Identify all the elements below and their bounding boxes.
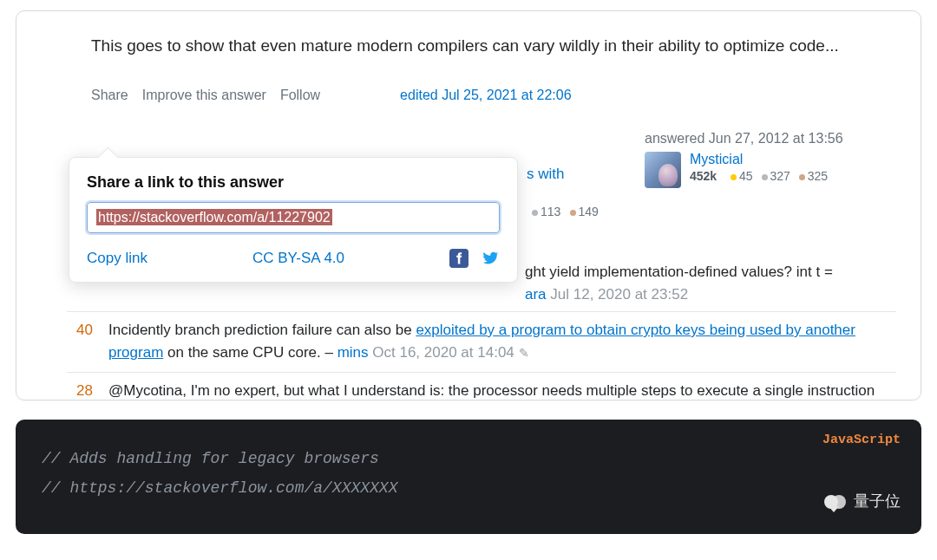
pencil-icon: ✎: [519, 346, 529, 360]
license-link[interactable]: CC BY-SA 4.0: [252, 250, 344, 267]
answered-prefix: answered: [645, 131, 709, 146]
copy-link-button[interactable]: Copy link: [87, 250, 147, 267]
code-line: // Adds handling for legacy browsers: [42, 444, 895, 473]
code-line: // https://stackoverflow.com/a/XXXXXXX: [42, 473, 895, 503]
share-url-text[interactable]: https://stackoverflow.com/a/11227902: [96, 209, 332, 225]
comment-time: Oct 16, 2020 at 14:04: [372, 344, 514, 361]
twitter-icon[interactable]: [481, 249, 500, 268]
silver-badge-icon: [762, 174, 768, 180]
editor-badges-peek: 113 149: [527, 204, 599, 218]
edited-info[interactable]: edited Jul 25, 2021 at 22:06: [400, 88, 572, 103]
share-popover: Share a link to this answer https://stac…: [69, 157, 518, 283]
improve-answer-button[interactable]: Improve this answer: [142, 88, 266, 103]
avatar[interactable]: [645, 152, 681, 188]
answer-card: This goes to show that even mature moder…: [16, 10, 921, 400]
answer-actions: Share Improve this answer Follow edited …: [41, 58, 896, 103]
comment-time: Jul 12, 2020 at 23:52: [550, 286, 688, 303]
comment-votes: 28: [67, 380, 93, 400]
follow-button[interactable]: Follow: [280, 88, 320, 103]
editor-bronze: 149: [579, 205, 599, 218]
wechat-icon: [824, 492, 847, 511]
silver-badge-icon: [532, 210, 538, 216]
comment-text-post: on the same CPU core. –: [163, 344, 337, 361]
comment-text: Incidently branch prediction failure can…: [108, 322, 416, 338]
bronze-count: 325: [808, 169, 828, 183]
comment-body: @Mycotina, I'm no expert, but what I und…: [108, 380, 896, 400]
comment-row: 28 @Mycotina, I'm no expert, but what I …: [67, 372, 896, 400]
silver-count: 327: [770, 169, 790, 183]
comments-list: 40 Incidently branch prediction failure …: [67, 311, 896, 400]
watermark-text: 量子位: [854, 487, 901, 517]
reputation-row: 452k 45 327 325: [690, 169, 828, 183]
comment-fragment: ght yield implementation-defined values?…: [525, 261, 896, 305]
comment-author-fragment[interactable]: ara: [525, 286, 547, 303]
language-label: JavaScript: [822, 428, 901, 453]
edited-time: Jul 25, 2021 at 22:06: [442, 88, 571, 102]
edited-prefix: edited: [400, 88, 442, 102]
comment-row: 40 Incidently branch prediction failure …: [67, 311, 896, 372]
share-title: Share a link to this answer: [87, 173, 500, 192]
reputation: 452k: [690, 169, 717, 183]
comment-text: @Mycotina, I'm no expert, but what I und…: [108, 382, 875, 400]
answer-owner: answered Jun 27, 2012 at 13:56 Mysticial…: [645, 131, 896, 188]
comment-author[interactable]: mins: [337, 344, 369, 361]
facebook-icon[interactable]: [449, 249, 468, 268]
user-name-link[interactable]: Mysticial: [690, 152, 828, 167]
editor-name-fragment[interactable]: s with: [527, 166, 564, 182]
code-block: JavaScript // Adds handling for legacy b…: [16, 420, 921, 534]
comment-text-fragment: ght yield implementation-defined values?…: [525, 264, 833, 280]
gold-badge-icon: [731, 174, 737, 180]
answer-body: This goes to show that even mature moder…: [41, 29, 896, 58]
comment-votes: 40: [67, 319, 93, 365]
bronze-badge-icon: [570, 210, 576, 216]
watermark: 量子位: [824, 487, 901, 517]
editor-peek: s with: [527, 166, 564, 183]
gold-count: 45: [739, 169, 753, 183]
share-button[interactable]: Share: [91, 88, 128, 103]
share-url-input[interactable]: https://stackoverflow.com/a/11227902: [87, 202, 500, 233]
editor-silver: 113: [541, 205, 560, 218]
answered-time: Jun 27, 2012 at 13:56: [709, 131, 843, 146]
bronze-badge-icon: [799, 174, 805, 180]
comment-body: Incidently branch prediction failure can…: [108, 319, 896, 365]
